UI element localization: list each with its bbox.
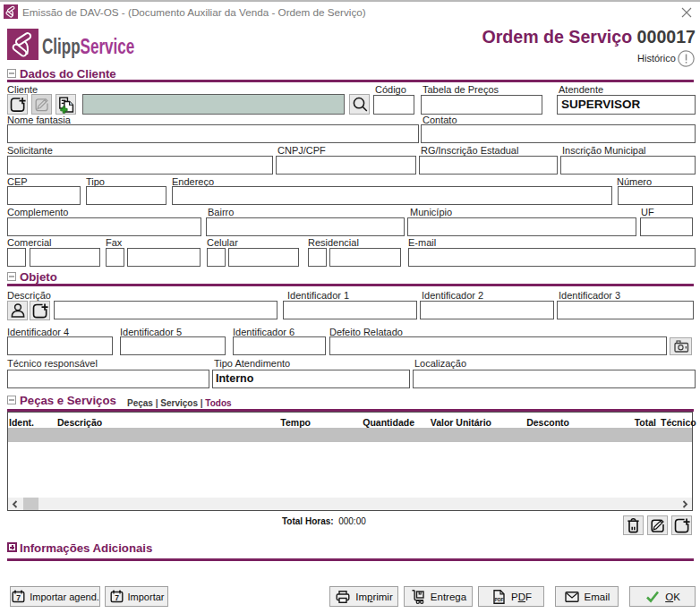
svg-text:PDF: PDF — [495, 596, 504, 601]
svg-text:7: 7 — [115, 593, 119, 602]
svg-text:7: 7 — [16, 593, 21, 602]
